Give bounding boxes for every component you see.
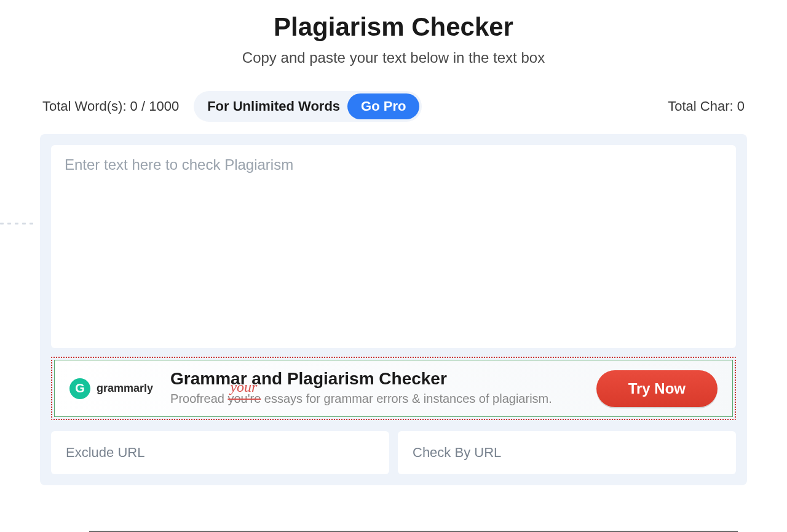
grammarly-icon: G [69, 378, 90, 399]
unlimited-words-label: For Unlimited Words [207, 98, 340, 114]
decorative-dots [0, 223, 33, 224]
url-inputs-row [51, 431, 736, 474]
editor-panel: G grammarly Grammar and Plagiarism Check… [40, 134, 747, 485]
go-pro-button[interactable]: Go Pro [347, 93, 419, 119]
plagiarism-textarea[interactable] [51, 145, 736, 348]
ad-desc-before: Proofread [170, 392, 227, 405]
ad-description: Proofread youryou're essays for grammar … [170, 390, 579, 408]
word-count-label: Total Word(s): 0 / 1000 [42, 98, 179, 114]
check-by-url-input[interactable] [398, 431, 736, 474]
pro-upsell-pill: For Unlimited Words Go Pro [194, 91, 422, 122]
ad-brand-logo: G grammarly [69, 378, 153, 399]
exclude-url-input[interactable] [51, 431, 389, 474]
ad-brand-name: grammarly [97, 382, 153, 395]
ad-container: G grammarly Grammar and Plagiarism Check… [51, 357, 736, 420]
ad-correction-text: your [230, 376, 257, 398]
ad-desc-after: essays for grammar errors & instances of… [261, 392, 552, 405]
page-title: Plagiarism Checker [40, 12, 747, 42]
grammarly-ad[interactable]: G grammarly Grammar and Plagiarism Check… [54, 360, 733, 417]
ad-copy: Grammar and Plagiarism Checker Proofread… [170, 369, 579, 408]
page-subtitle: Copy and paste your text below in the te… [40, 49, 747, 66]
stats-row: Total Word(s): 0 / 1000 For Unlimited Wo… [40, 91, 747, 122]
try-now-button[interactable]: Try Now [596, 370, 718, 407]
header: Plagiarism Checker Copy and paste your t… [40, 12, 747, 66]
char-count-label: Total Char: 0 [668, 98, 745, 114]
